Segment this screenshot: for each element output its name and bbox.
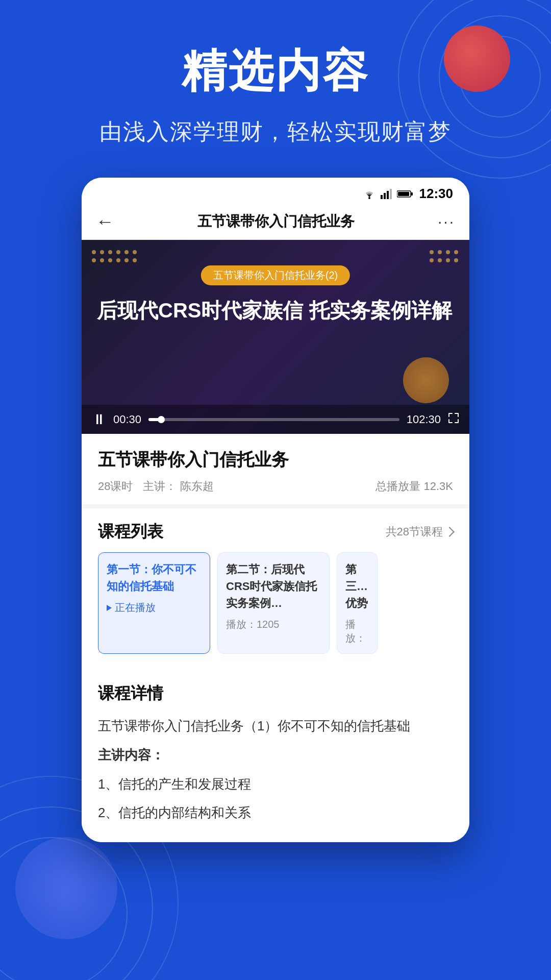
- phone-mockup: 12:30 ← 五节课带你入门信托业务 ···: [82, 178, 469, 842]
- lesson-card-2-title: 第二节：后现代CRS时代家族信托实务案例…: [226, 561, 321, 611]
- lesson-list-title: 课程列表: [98, 521, 163, 543]
- svg-rect-6: [411, 192, 413, 195]
- deco-blue-circle: [15, 837, 117, 939]
- progress-bar[interactable]: [148, 418, 399, 421]
- wifi-icon: [362, 189, 377, 199]
- course-details-header: 课程详情: [98, 682, 453, 705]
- video-controls: ⏸ 00:30 102:30: [82, 405, 469, 434]
- page-subtitle: 由浅入深学理财，轻松实现财富梦: [0, 117, 551, 147]
- progress-dot: [158, 416, 165, 423]
- video-deco-circle: [403, 357, 449, 403]
- lesson-card-1[interactable]: 第一节：你不可不知的信托基础 正在播放: [98, 552, 210, 654]
- course-detail-item-2: 2、信托的内部结构和关系: [98, 801, 453, 825]
- lesson-list-section: 课程列表 共28节课程 第一节：你不可不知的信托基础 正在播放 第二节: [82, 508, 469, 666]
- playing-badge: 正在播放: [107, 601, 202, 615]
- more-button[interactable]: ···: [438, 213, 455, 230]
- lesson-card-2-meta: 播放：1205: [226, 618, 321, 631]
- course-details-intro: 五节课带你入门信托业务（1）你不可不知的信托基础: [98, 714, 453, 738]
- fullscreen-button[interactable]: [448, 412, 459, 427]
- svg-rect-2: [384, 193, 386, 199]
- pause-button[interactable]: ⏸: [92, 411, 106, 428]
- nav-bar: ← 五节课带你入门信托业务 ···: [82, 206, 469, 240]
- battery-icon: [397, 190, 413, 198]
- svg-rect-4: [390, 189, 392, 199]
- playing-label: 正在播放: [115, 601, 156, 615]
- course-detail-item-1: 1、信托的产生和发展过程: [98, 772, 453, 796]
- lessons-count: 28课时: [98, 479, 133, 494]
- lesson-card-2[interactable]: 第二节：后现代CRS时代家族信托实务案例… 播放：1205: [217, 552, 330, 654]
- status-time: 12:30: [419, 186, 454, 202]
- video-title: 后现代CRS时代家族信 托实务案例详解: [97, 296, 454, 325]
- svg-rect-3: [387, 191, 389, 199]
- svg-point-0: [368, 197, 370, 199]
- course-details-title: 课程详情: [98, 682, 163, 705]
- video-dots-tr: [430, 250, 459, 263]
- course-meta: 28课时 主讲： 陈东超 总播放量 12.3K: [98, 479, 453, 494]
- svg-rect-7: [398, 192, 409, 196]
- status-bar: 12:30: [82, 178, 469, 206]
- course-details-section: 课程详情 五节课带你入门信托业务（1）你不可不知的信托基础 主讲内容： 1、信托…: [82, 670, 469, 842]
- play-triangle-icon: [107, 605, 112, 611]
- chevron-right-icon: [444, 527, 455, 537]
- video-dots-tl: [92, 250, 138, 263]
- signal-icon: [381, 189, 393, 199]
- page-header: 精选内容 由浅入深学理财，轻松实现财富梦: [0, 0, 551, 147]
- status-icons: [362, 189, 413, 199]
- page-title: 精选内容: [0, 41, 551, 102]
- lesson-cards-container: 第一节：你不可不知的信托基础 正在播放 第二节：后现代CRS时代家族信托实务案例…: [98, 552, 453, 666]
- video-tag: 五节课带你入门信托业务(2): [201, 265, 350, 285]
- lesson-card-3-meta: 播放：: [345, 618, 369, 645]
- course-details-label: 主讲内容：: [98, 743, 453, 767]
- back-button[interactable]: ←: [96, 211, 114, 232]
- total-plays-label: 总播放量: [375, 480, 420, 493]
- lesson-card-3[interactable]: 第三…优势 播放：: [337, 552, 378, 654]
- time-total: 102:30: [407, 413, 441, 426]
- video-player[interactable]: 五节课带你入门信托业务(2) 后现代CRS时代家族信 托实务案例详解 ⏸ 00:…: [82, 240, 469, 434]
- lesson-card-1-title: 第一节：你不可不知的信托基础: [107, 561, 202, 595]
- lesson-list-header: 课程列表 共28节课程: [98, 521, 453, 543]
- svg-rect-1: [381, 195, 383, 199]
- total-plays: 总播放量 12.3K: [375, 479, 453, 494]
- course-title: 五节课带你入门信托业务: [98, 448, 453, 472]
- time-current: 00:30: [113, 413, 141, 426]
- instructor-label: 主讲：: [143, 480, 177, 493]
- total-plays-value: 12.3K: [424, 480, 454, 493]
- course-info-section: 五节课带你入门信托业务 28课时 主讲： 陈东超 总播放量 12.3K: [82, 434, 469, 508]
- lesson-list-link[interactable]: 共28节课程: [386, 524, 453, 540]
- nav-title: 五节课带你入门信托业务: [197, 212, 355, 231]
- lesson-count-link: 共28节课程: [386, 524, 443, 540]
- instructor-info: 主讲： 陈东超: [143, 479, 213, 494]
- instructor-name: 陈东超: [180, 480, 214, 493]
- phone-mockup-container: 12:30 ← 五节课带你入门信托业务 ···: [82, 178, 469, 842]
- lesson-card-3-title: 第三…优势: [345, 561, 369, 611]
